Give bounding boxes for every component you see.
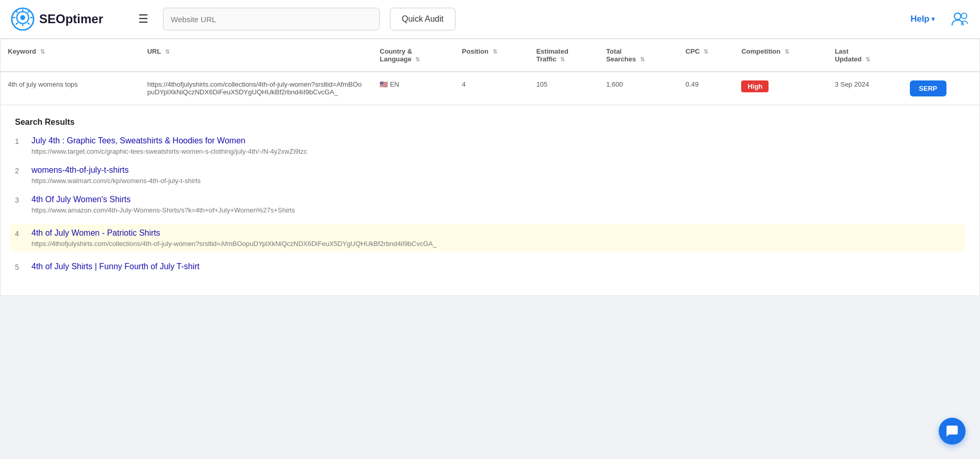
language-code: EN [390,80,399,88]
result-number: 4 [15,228,24,238]
result-content: July 4th : Graphic Tees, Sweatshirts & H… [31,136,307,155]
logo-text: SEOptimer [39,12,103,26]
table-header-row: Keyword ⇅ URL ⇅ Country &Language ⇅ Posi… [1,39,979,72]
logo-area: SEOptimer [10,7,124,31]
search-results-title: Search Results [15,118,965,127]
cell-traffic: 105 [529,72,599,105]
keyword-table-section: Keyword ⇅ URL ⇅ Country &Language ⇅ Posi… [0,39,980,105]
result-content: 4th Of July Women's Shirts https://www.a… [31,195,295,214]
svg-point-10 [954,13,961,20]
th-estimated-traffic[interactable]: EstimatedTraffic ⇅ [529,39,599,72]
svg-line-6 [16,11,18,12]
cell-searches: 1,600 [599,72,678,105]
th-competition-label: Competition [741,47,780,55]
users-icon[interactable] [951,10,970,28]
result-title-link[interactable]: July 4th : Graphic Tees, Sweatshirts & H… [31,136,307,145]
result-number: 2 [15,166,24,175]
th-last-updated-label: LastUpdated [835,47,861,63]
header: SEOptimer ☰ Quick Audit Help ▾ [0,0,980,39]
list-item: 5 4th of July Shirts | Funny Fourth of J… [15,262,965,273]
search-results-section: Search Results 1 July 4th : Graphic Tees… [0,105,980,296]
th-position-label: Position [462,47,488,55]
cell-position: 4 [455,72,529,105]
result-content: womens-4th-of-july-t-shirts https://www.… [31,166,201,185]
serp-button[interactable]: SERP [910,80,946,96]
svg-point-11 [961,13,967,19]
sort-icon-searches[interactable]: ⇅ [640,56,645,63]
chevron-down-icon: ▾ [932,15,935,23]
cell-url: https://4thofjulyshirts.com/collections/… [140,72,372,105]
sort-icon-position[interactable]: ⇅ [493,48,497,55]
result-number: 3 [15,195,24,204]
result-title-link[interactable]: womens-4th-of-july-t-shirts [31,166,201,175]
result-number: 1 [15,136,24,145]
main-content: Keyword ⇅ URL ⇅ Country &Language ⇅ Posi… [0,39,980,296]
result-content: 4th of July Women - Patriotic Shirts htt… [31,228,436,248]
th-url[interactable]: URL ⇅ [140,39,372,72]
logo-icon [10,7,35,31]
list-item: 2 womens-4th-of-july-t-shirts https://ww… [15,166,965,185]
list-item: 3 4th Of July Women's Shirts https://www… [15,195,965,214]
list-item: 1 July 4th : Graphic Tees, Sweatshirts &… [15,136,965,155]
sort-icon-traffic[interactable]: ⇅ [560,56,565,63]
result-url: https://www.amazon.com/4th-July-Womens-S… [31,206,295,214]
quick-audit-button[interactable]: Quick Audit [390,8,455,30]
sort-icon-url[interactable]: ⇅ [165,48,170,55]
th-position[interactable]: Position ⇅ [455,39,529,72]
result-url: https://www.target.com/c/graphic-tees-sw… [31,147,307,155]
sort-icon-cpc[interactable]: ⇅ [704,48,708,55]
svg-point-1 [20,15,25,20]
result-number: 5 [15,262,24,271]
th-total-searches[interactable]: TotalSearches ⇅ [599,39,678,72]
table-row: 4th of july womens tops https://4thofjul… [1,72,979,105]
help-button[interactable]: Help ▾ [910,14,935,24]
th-url-label: URL [147,47,160,55]
cell-country: 🇺🇸 EN [372,72,454,105]
sort-icon-country[interactable]: ⇅ [415,56,420,63]
th-keyword[interactable]: Keyword ⇅ [1,39,140,72]
th-total-searches-label: TotalSearches [606,47,636,63]
hamburger-menu[interactable]: ☰ [134,8,153,30]
keyword-table: Keyword ⇅ URL ⇅ Country &Language ⇅ Posi… [1,39,979,105]
th-actions [903,39,979,72]
sort-icon-keyword[interactable]: ⇅ [40,48,45,55]
cell-cpc: 0.49 [678,72,734,105]
website-url-input[interactable] [163,8,380,30]
svg-line-8 [28,11,29,12]
svg-line-9 [16,23,18,24]
cell-competition: High [734,72,827,105]
list-item: 4 4th of July Women - Patriotic Shirts h… [10,224,965,252]
flag-icon: 🇺🇸 [380,80,388,88]
th-competition[interactable]: Competition ⇅ [734,39,827,72]
result-url: https://4thofjulyshirts.com/collections/… [31,240,436,248]
th-keyword-label: Keyword [8,47,36,55]
result-title-link[interactable]: 4th of July Shirts | Funny Fourth of Jul… [31,262,200,271]
sort-icon-updated[interactable]: ⇅ [865,56,870,63]
th-cpc[interactable]: CPC ⇅ [678,39,734,72]
result-url: https://www.walmart.com/c/kp/womens-4th-… [31,177,201,185]
sort-icon-competition[interactable]: ⇅ [785,48,789,55]
competition-badge: High [741,80,769,92]
th-country-language[interactable]: Country &Language ⇅ [372,39,454,72]
help-label: Help [910,14,929,24]
table-body: 4th of july womens tops https://4thofjul… [1,72,979,105]
cell-keyword: 4th of july womens tops [1,72,140,105]
th-cpc-label: CPC [685,47,699,55]
cell-serp: SERP [903,72,979,105]
th-country-language-label: Country &Language [380,47,412,63]
svg-line-7 [28,23,29,24]
result-title-link[interactable]: 4th Of July Women's Shirts [31,195,295,204]
th-last-updated[interactable]: LastUpdated ⇅ [827,39,902,72]
result-title-link[interactable]: 4th of July Women - Patriotic Shirts [31,228,436,238]
result-content: 4th of July Shirts | Funny Fourth of Jul… [31,262,200,273]
cell-last-updated: 3 Sep 2024 [827,72,902,105]
